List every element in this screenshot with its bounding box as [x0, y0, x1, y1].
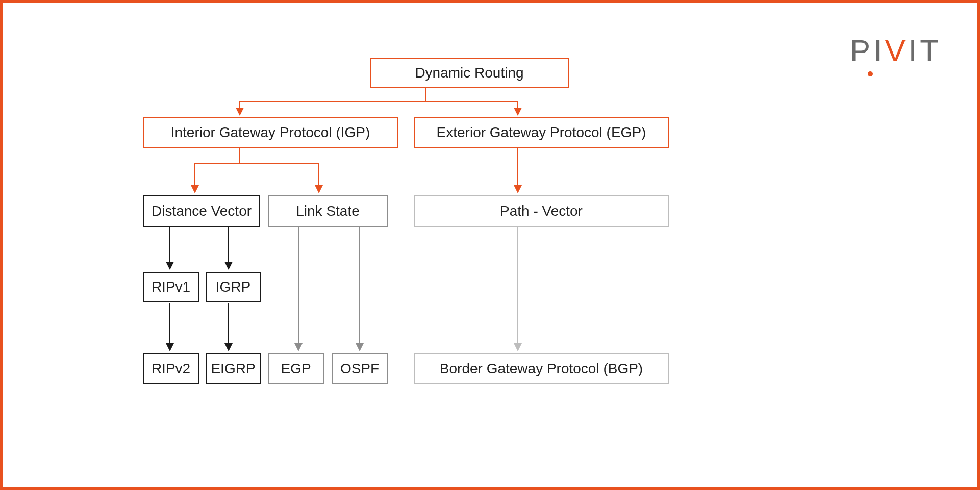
node-root: Dynamic Routing: [370, 58, 569, 88]
node-igp: Interior Gateway Protocol (IGP): [143, 117, 398, 148]
brand-v: V: [885, 34, 909, 68]
brand-p: P: [850, 34, 873, 68]
brand-t: T: [920, 34, 942, 68]
node-ripv2: RIPv2: [143, 353, 199, 384]
node-egp: Exterior Gateway Protocol (EGP): [414, 117, 669, 148]
node-bgp: Border Gateway Protocol (BGP): [414, 353, 669, 384]
brand-i: I: [873, 34, 885, 68]
brand-i2: I: [909, 34, 920, 68]
node-eigrp: EIGRP: [206, 353, 261, 384]
brand-logo: PIVIT: [850, 33, 942, 68]
node-ripv1: RIPv1: [143, 272, 199, 302]
brand-dot-icon: [868, 71, 873, 76]
node-igrp: IGRP: [206, 272, 261, 302]
node-link-state: Link State: [268, 195, 388, 227]
node-path-vector: Path - Vector: [414, 195, 669, 227]
node-egp-leaf: EGP: [268, 353, 324, 384]
node-distance-vector: Distance Vector: [143, 195, 260, 227]
node-ospf: OSPF: [332, 353, 388, 384]
